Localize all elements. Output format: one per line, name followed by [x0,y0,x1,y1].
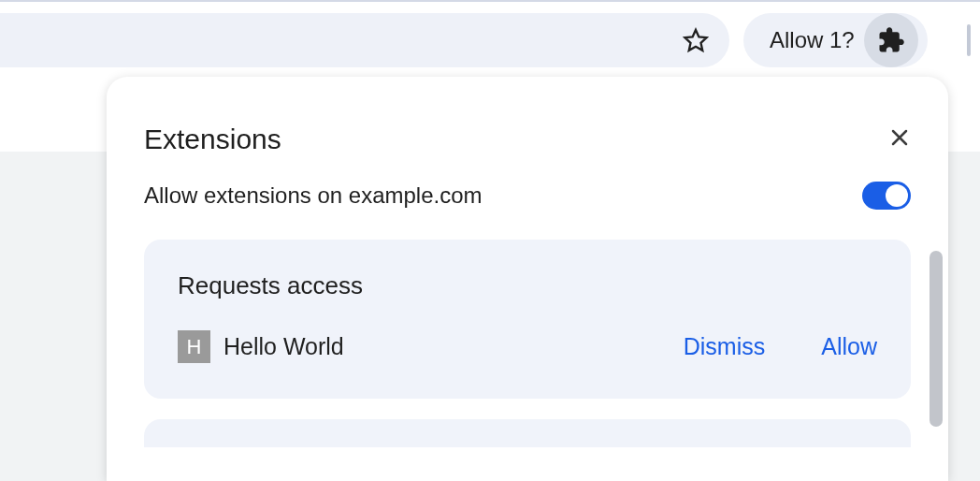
section-title: Requests access [178,271,877,300]
bookmark-star-icon[interactable] [683,27,709,53]
scrollbar-thumb[interactable] [930,251,943,427]
extension-name: Hello World [223,333,627,360]
extensions-puzzle-icon[interactable] [864,13,918,67]
dismiss-button[interactable]: Dismiss [684,333,766,360]
toolbar-divider [967,24,971,56]
allow-toggle-row: Allow extensions on example.com [107,155,948,210]
extension-icon: H [178,330,210,363]
next-section-card [144,419,911,447]
close-icon [888,126,911,153]
omnibox[interactable] [0,13,729,67]
allow-button[interactable]: Allow [821,333,877,360]
close-button[interactable] [888,128,911,151]
browser-toolbar: Allow 1? [0,2,980,77]
allow-toggle[interactable] [862,182,911,210]
toggle-knob [886,184,908,207]
allow-prompt-chip[interactable]: Allow 1? [743,13,928,67]
extensions-popup: Extensions Allow extensions on example.c… [107,77,948,481]
allow-toggle-label: Allow extensions on example.com [144,182,483,209]
requests-access-section: Requests access H Hello World Dismiss Al… [144,240,911,399]
popup-header: Extensions [107,77,948,155]
popup-title: Extensions [144,124,281,155]
allow-chip-label: Allow 1? [770,27,855,53]
extension-request-row: H Hello World Dismiss Allow [178,330,877,363]
